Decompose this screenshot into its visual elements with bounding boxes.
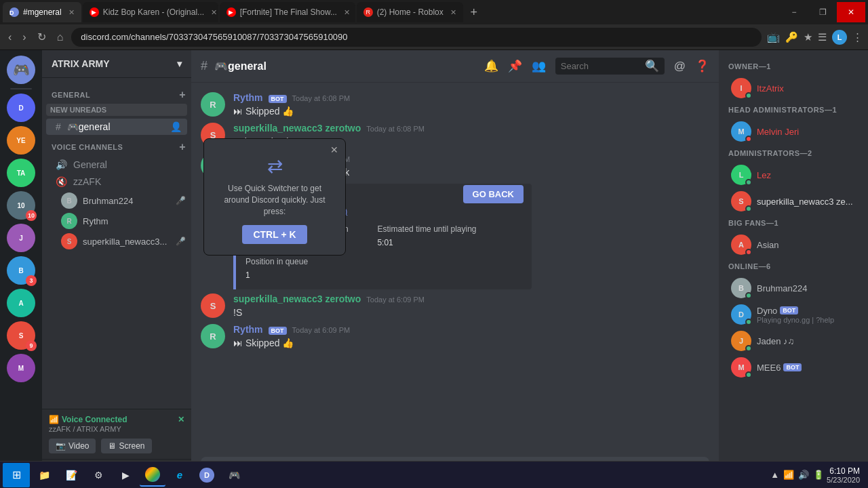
server-icon-5[interactable]: J — [7, 224, 35, 252]
message-m4: S superkilla_newacc3 zerotwo Today at 6:… — [201, 292, 709, 321]
tray-battery-icon[interactable]: 🔋 — [813, 470, 824, 480]
close-button[interactable]: ✕ — [837, 2, 865, 22]
clock[interactable]: 6:10 PM 5/23/2020 — [827, 466, 860, 484]
general-section-header[interactable]: GENERAL + — [42, 83, 191, 104]
address-input[interactable] — [71, 28, 762, 47]
server-icon-9[interactable]: M — [7, 354, 35, 382]
tab-4[interactable]: R (2) Home - Roblox ✕ — [357, 2, 463, 22]
more-options-icon[interactable]: ⋮ — [852, 31, 863, 43]
taskbar-media-player[interactable]: ▶ — [113, 464, 138, 487]
channel-general-label: 🎮general — [67, 121, 111, 132]
tray-network-icon[interactable]: 📶 — [783, 470, 794, 480]
quick-switcher-shortcut[interactable]: CTRL + K — [242, 225, 307, 244]
home-button[interactable]: ⌂ — [54, 30, 66, 45]
forward-button[interactable]: › — [20, 30, 28, 45]
at-icon[interactable]: @ — [674, 60, 686, 73]
member-itzatrix[interactable]: I ItzAtrix — [723, 75, 864, 101]
msg-header-m1: Rythm BOT Today at 6:08 PM — [233, 92, 709, 103]
tab-1-close[interactable]: ✕ — [68, 8, 75, 17]
tray-arrow-icon[interactable]: ▲ — [770, 470, 779, 480]
member-name-lez: Lez — [757, 170, 771, 180]
member-superkilla[interactable]: S superkilla_newacc3 ze... — [723, 188, 864, 214]
member-status-melvin — [745, 136, 752, 142]
help-icon[interactable]: ❓ — [695, 59, 709, 73]
add-channel-icon[interactable]: + — [179, 89, 186, 101]
tab-3[interactable]: ▶ [Fortnite] The Final Show... ✕ — [220, 2, 355, 22]
taskbar-chrome[interactable] — [140, 464, 165, 487]
server-icon-8[interactable]: S 9 — [7, 321, 35, 350]
profile-icon[interactable]: L — [832, 30, 847, 45]
cast-icon[interactable]: 📺 — [767, 31, 780, 43]
member-bruhman[interactable]: B Bruhman224 — [723, 275, 864, 301]
bell-icon[interactable]: 🔔 — [484, 59, 498, 73]
quick-switcher-close[interactable]: ✕ — [330, 144, 338, 155]
server-icon-6[interactable]: B 3 — [7, 256, 35, 285]
server-header[interactable]: ATRIX ARMY ▾ — [42, 50, 191, 78]
server-divider — [10, 88, 32, 89]
msg-avatar-m4: S — [201, 293, 225, 318]
channel-general[interactable]: # 🎮general 👤 — [46, 119, 187, 135]
add-voice-channel-icon[interactable]: + — [179, 141, 186, 153]
server-header-chevron: ▾ — [177, 58, 182, 69]
go-back-button[interactable]: GO BACK — [463, 185, 524, 203]
tray-volume-icon[interactable]: 🔊 — [798, 470, 809, 480]
member-melvin[interactable]: M Melvin Jeri — [723, 119, 864, 144]
member-avatar-melvin: M — [731, 121, 751, 142]
taskbar-game[interactable]: 🎮 — [221, 464, 247, 487]
extensions-icon[interactable]: ☰ — [818, 31, 827, 43]
msg-content-m1: Rythm BOT Today at 6:08 PM ⏭ Skipped 👍 — [233, 92, 709, 119]
member-status-lez — [745, 179, 752, 186]
password-icon[interactable]: 🔑 — [785, 31, 798, 43]
vc-general-label: General — [73, 159, 107, 170]
tab-2-close[interactable]: ✕ — [211, 8, 217, 17]
search-box[interactable]: 🔍 — [555, 58, 665, 75]
discord-home-button[interactable]: 🎮 — [7, 56, 35, 84]
member-mee6[interactable]: M MEE6 BOT — [723, 354, 864, 380]
minimize-button[interactable]: − — [780, 2, 808, 22]
msg-avatar-m1: R — [201, 92, 225, 117]
member-jaden[interactable]: J Jaden ♪♫ — [723, 328, 864, 354]
taskbar-notepad[interactable]: 📝 — [58, 464, 84, 487]
taskbar-discord-app[interactable]: D — [194, 464, 220, 487]
refresh-button[interactable]: ↻ — [35, 29, 49, 45]
member-asian[interactable]: A Asian — [723, 232, 864, 258]
voice-section-header[interactable]: VOICE CHANNELS + — [42, 136, 191, 156]
back-button[interactable]: ‹ — [5, 30, 14, 45]
restore-button[interactable]: ❐ — [808, 2, 837, 22]
taskbar-file-explorer[interactable]: 📁 — [31, 464, 57, 487]
tab-4-close[interactable]: ✕ — [450, 8, 456, 17]
pin-icon[interactable]: 📌 — [508, 59, 522, 73]
bookmark-icon[interactable]: ★ — [804, 31, 812, 43]
new-tab-button[interactable]: + — [465, 3, 484, 22]
member-name-bruhman: Bruhman224 — [757, 283, 807, 293]
vc-general[interactable]: 🔊 General — [46, 157, 187, 173]
tab-3-close[interactable]: ✕ — [344, 8, 350, 17]
member-status-dyno — [745, 319, 752, 325]
vc-afk[interactable]: 🔇 zzAFK — [46, 174, 187, 190]
server-icon-4[interactable]: 10 10 — [7, 191, 35, 220]
member-avatar-itzatrix: I — [731, 78, 751, 98]
search-input[interactable] — [561, 61, 642, 71]
member-name-dyno: Dyno — [757, 306, 777, 316]
members-icon[interactable]: 👥 — [532, 59, 546, 73]
msg-time-m2: Today at 6:08 PM — [366, 125, 425, 133]
voice-disconnect-button[interactable]: ✕ — [178, 415, 184, 424]
taskbar-ie[interactable]: e — [167, 464, 193, 487]
new-unreads-label: NEW UNREADS — [46, 104, 187, 116]
taskbar-terminal[interactable]: ⚙ — [85, 464, 111, 487]
server-icon-3[interactable]: TA — [7, 159, 35, 187]
taskbar: ⊞ 📁 📝 ⚙ ▶ e D 🎮 ▲ 📶 🔊 🔋 6:10 PM 5/23/202… — [0, 461, 868, 488]
tab-2[interactable]: ▶ Kidz Bop Karen - (Original... ✕ — [83, 2, 218, 22]
browser-chrome: D #mgeneral ✕ ▶ Kidz Bop Karen - (Origin… — [0, 0, 868, 50]
member-lez[interactable]: L Lez — [723, 162, 864, 188]
server-icon-1[interactable]: D — [7, 94, 35, 122]
tab-1[interactable]: D #mgeneral ✕ — [3, 2, 81, 22]
server-icon-7[interactable]: A — [7, 289, 35, 317]
members-section-admins: ADMINISTRATORS—2 — [719, 145, 868, 161]
member-dyno[interactable]: D Dyno BOT Playing dyno.gg | ?help — [723, 302, 864, 327]
video-button[interactable]: 📷 Video — [49, 439, 96, 453]
screen-share-button[interactable]: 🖥 Screen — [101, 439, 151, 453]
message-m1: R Rythm BOT Today at 6:08 PM ⏭ Skipped 👍 — [201, 91, 709, 120]
server-icon-yebi[interactable]: YE — [7, 126, 35, 155]
start-button[interactable]: ⊞ — [3, 463, 30, 487]
